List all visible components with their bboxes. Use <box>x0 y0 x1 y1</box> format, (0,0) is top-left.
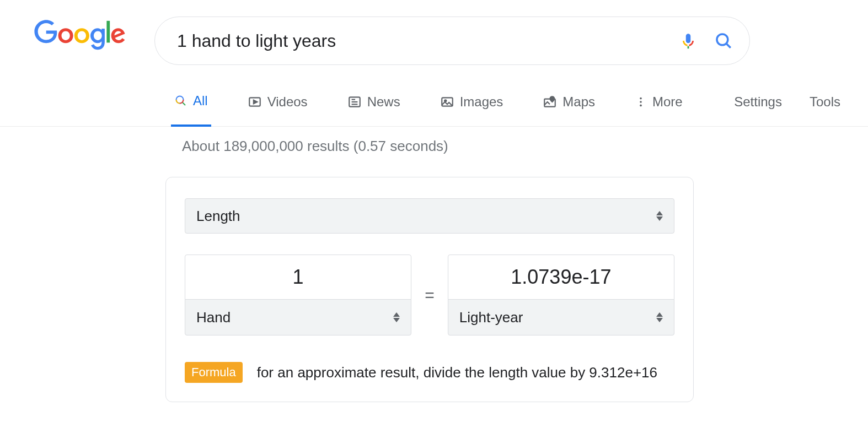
converter-row: Hand = Light-year <box>185 255 674 335</box>
converter-to-column: Light-year <box>448 255 674 335</box>
search-icon[interactable] <box>714 31 733 50</box>
search-bar[interactable] <box>154 17 750 65</box>
svg-point-0 <box>717 34 728 45</box>
tab-maps-label: Maps <box>562 94 595 110</box>
right-tools: Settings Tools <box>734 94 868 120</box>
svg-point-15 <box>552 98 553 99</box>
tab-videos-label: Videos <box>267 94 308 110</box>
svg-marker-23 <box>656 312 663 317</box>
svg-marker-21 <box>393 312 400 317</box>
search-input[interactable] <box>177 31 679 51</box>
svg-point-18 <box>640 104 642 106</box>
svg-marker-7 <box>254 100 258 104</box>
header <box>0 0 868 65</box>
formula-row: Formula for an approximate result, divid… <box>185 362 674 383</box>
svg-marker-24 <box>656 318 663 322</box>
chevron-sort-icon <box>656 312 663 322</box>
result-stats: About 189,000,000 results (0.57 seconds) <box>0 138 868 155</box>
tab-news-label: News <box>367 94 400 110</box>
svg-line-1 <box>726 44 731 48</box>
converter-to-value[interactable] <box>448 255 674 300</box>
more-icon <box>635 96 647 108</box>
tools-link[interactable]: Tools <box>810 94 840 120</box>
chevron-sort-icon <box>656 211 663 221</box>
tabs-row: All Videos News Images Maps More Setting… <box>0 87 868 127</box>
chevron-sort-icon <box>393 312 400 322</box>
formula-text: for an approximate result, divide the le… <box>257 364 657 381</box>
tab-all[interactable]: All <box>171 87 211 127</box>
converter-from-unit-label: Hand <box>196 309 231 326</box>
voice-search-icon[interactable] <box>679 31 698 50</box>
unit-converter-card: Length Hand = Light-year <box>165 177 694 402</box>
formula-badge: Formula <box>185 362 243 383</box>
converter-to-unit-label: Light-year <box>459 309 523 326</box>
tab-images-label: Images <box>460 94 503 110</box>
svg-point-17 <box>640 101 642 103</box>
search-icons <box>679 31 733 50</box>
tab-videos[interactable]: Videos <box>244 87 311 127</box>
tab-maps[interactable]: Maps <box>539 87 598 127</box>
converter-category-select[interactable]: Length <box>185 198 674 234</box>
search-container <box>154 17 750 65</box>
converter-from-unit-select[interactable]: Hand <box>185 299 411 335</box>
tab-news[interactable]: News <box>344 87 404 127</box>
converter-to-unit-select[interactable]: Light-year <box>448 299 674 335</box>
svg-marker-19 <box>656 211 663 215</box>
converter-category-label: Length <box>196 208 240 225</box>
tab-more-label: More <box>652 94 683 110</box>
tab-all-label: All <box>193 93 208 109</box>
converter-from-value[interactable] <box>185 255 411 300</box>
news-icon <box>347 95 362 109</box>
svg-marker-22 <box>393 318 400 322</box>
converter-from-column: Hand <box>185 255 411 335</box>
tab-more[interactable]: More <box>631 87 686 127</box>
svg-marker-20 <box>656 216 663 221</box>
equals-sign: = <box>425 286 435 305</box>
map-icon <box>543 95 557 109</box>
video-icon <box>248 95 262 109</box>
search-icon <box>174 94 187 107</box>
google-logo[interactable] <box>33 20 127 53</box>
svg-point-16 <box>640 97 642 99</box>
tab-images[interactable]: Images <box>437 87 507 127</box>
svg-line-3 <box>183 102 186 105</box>
settings-link[interactable]: Settings <box>734 94 782 120</box>
image-icon <box>440 95 454 109</box>
